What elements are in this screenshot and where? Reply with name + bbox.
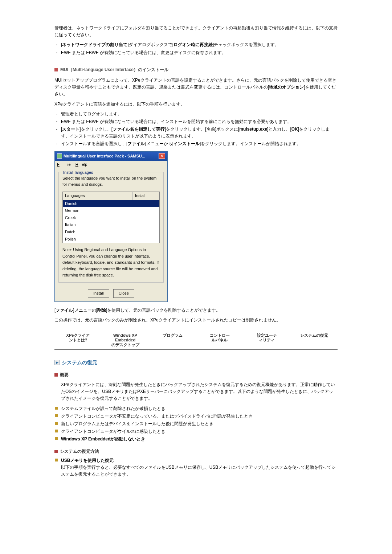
group-title: Install languages xyxy=(62,169,95,176)
overview-paragraph: XPeクライアントには、深刻な問題が発生したときにバックアップされたシステムを復… xyxy=(61,381,338,402)
dialog-note: Note: Using Regional and Language Option… xyxy=(62,247,160,279)
after-dialog-p2: この操作では、元の言語パックのみが削除され、XPeクライアントにインストールされ… xyxy=(54,317,338,324)
list-item: 管理者としてログオンします。 xyxy=(61,111,338,118)
list-header: Languages Install xyxy=(63,192,159,200)
text: ]をクリックします。インストールが開始されます。 xyxy=(200,141,301,146)
dialog-titlebar[interactable]: Multilingual User Interface Pack - SAMSU… xyxy=(55,152,167,161)
list-item: インストールする言語を選択し、[ファイル]メニューから[インストール]をクリック… xyxy=(61,140,338,147)
menu-help[interactable]: Help xyxy=(75,162,87,167)
close-button[interactable]: Close xyxy=(113,289,134,298)
install-languages-group: Install languages Select the language yo… xyxy=(58,172,164,283)
bold-text: ファイル xyxy=(56,308,73,313)
list-item[interactable]: Danish xyxy=(63,200,159,208)
language-listbox[interactable]: Languages Install Danish German Greek It… xyxy=(62,192,160,243)
arrow-icon: ▶ xyxy=(54,360,60,365)
heading-text: MUI（Multi-language User Interface）のインストー… xyxy=(60,66,168,73)
heading-text: システムの復元方法 xyxy=(60,448,99,455)
tab-system-restore[interactable]: システムの復元 xyxy=(290,333,338,348)
mui-paragraph-1: MUIセットアッププログラムによって、XPeクライアントの言語を設定することがで… xyxy=(54,77,338,98)
tab-xp-embedded-desktop[interactable]: Windows XP Embedded のデスクトップ xyxy=(102,333,149,348)
bold-text: muisetup.exe xyxy=(239,127,267,132)
tab-what-is-xpe[interactable]: XPeクライア ントとは? xyxy=(54,333,102,348)
list-item: クライアントコンピュータがウイルスに感染したとき xyxy=(61,428,338,435)
text: ]メニューの[ xyxy=(73,308,97,313)
list-item[interactable]: Polish xyxy=(63,236,159,243)
text: ]メニューから[ xyxy=(145,141,173,146)
mui-steps: 管理者としてログオンします。 EWF または FBWF が有効になっている場合に… xyxy=(54,111,338,148)
method-heading: システムの復元方法 xyxy=(54,448,338,455)
dialog-instruction: Select the language you want to install … xyxy=(62,175,160,188)
bold-text: 地域のオプション xyxy=(269,85,304,90)
list-item: EWF または FBWF が有効になっている場合には、インストールを開始する前に… xyxy=(61,118,338,125)
list-item: クライアントコンピュータが不安定になっている、またはデバイスドライバに問題が発生… xyxy=(61,413,338,420)
list-item: [ネットワークドライブの割り当て]ダイアログボックスで[ログオン時に再接続]チェ… xyxy=(61,41,338,48)
tab-settings-utility[interactable]: 設定ユーテ ィリティ xyxy=(243,333,290,348)
text: ]ダイアログボックスで[ xyxy=(127,42,173,47)
bullet-icon xyxy=(54,450,58,453)
text: ]と入力し、[ xyxy=(267,127,291,132)
after-dialog-p1: [ファイル]メニューの[削除]を使用して、元の言語パックを削除することができます… xyxy=(54,307,338,314)
mui-heading: MUI（Multi-language User Interface）のインストー… xyxy=(54,66,338,73)
restore-title: ▶ システムの復元 xyxy=(54,358,338,366)
list-body: Danish German Greek Italian Dutch Polish… xyxy=(63,200,159,243)
bold-text: ログオン時に再接続 xyxy=(173,42,213,47)
list-item: EWF または FBWF が有効になっている場合には、変更はディスクに保存されま… xyxy=(61,49,338,56)
usb-paragraph: 以下の手順を実行すると、必要なすべてのファイルをUSBメモリに保存し、USBメモ… xyxy=(61,465,336,477)
mui-paragraph-2: XPeクライアントに言語を追加するには、以下の手順を行います。 xyxy=(54,101,338,108)
col-languages[interactable]: Languages xyxy=(63,192,133,200)
overview-heading: 概要 xyxy=(54,372,338,378)
text: ]チェックボックスを選択します。 xyxy=(213,42,279,47)
list-item: Windows XP Embeddedが起動しないとき xyxy=(61,436,338,443)
bold-text: OK xyxy=(291,127,298,132)
bold-text: Windows XP Embeddedが起動しないとき xyxy=(61,436,145,442)
bold-text: ネットワークドライブの割り当て xyxy=(62,42,127,47)
usb-heading: USBメモリを使用した復元 xyxy=(61,458,114,463)
dialog-buttons: Install Close xyxy=(55,286,167,301)
heading-text: 概要 xyxy=(60,372,69,378)
list-item[interactable]: Greek xyxy=(63,214,159,222)
list-item[interactable]: German xyxy=(63,207,159,214)
method-list: USBメモリを使用した復元 以下の手順を実行すると、必要なすべてのファイルをUS… xyxy=(54,457,338,478)
text: インストールする言語を選択し、[ xyxy=(61,141,127,146)
close-icon[interactable]: × xyxy=(159,153,165,159)
dialog-title-text: Multilingual User Interface Pack - SAMSU… xyxy=(64,153,145,160)
bold-text: ファイル名を指定して実行 xyxy=(113,127,165,132)
mui-dialog: Multilingual User Interface Pack - SAMSU… xyxy=(54,151,168,302)
bold-text: ファイル xyxy=(127,141,145,146)
bullet-icon xyxy=(54,68,58,71)
text: ]をクリックします。[名前]ボックスに[ xyxy=(165,127,239,132)
intro-paragraph: 管理者は、ネットワークドライブにフォルダを割り当てることができます。クライアント… xyxy=(54,25,338,38)
title-text: システムの復元 xyxy=(62,358,97,366)
list-item[interactable]: Italian xyxy=(63,221,159,229)
bold-text: 削除 xyxy=(97,308,106,313)
list-item: [スタート]をクリックし、[ファイル名を指定して実行]をクリックします。[名前]… xyxy=(61,126,338,140)
app-icon xyxy=(57,153,62,159)
bold-text: スタート xyxy=(62,127,79,132)
dialog-menubar[interactable]: File Help xyxy=(55,161,167,169)
tab-programs[interactable]: プログラム xyxy=(149,333,196,348)
list-item[interactable]: Dutch xyxy=(63,229,159,236)
list-item: USBメモリを使用した復元 以下の手順を実行すると、必要なすべてのファイルをUS… xyxy=(61,457,338,478)
install-button[interactable]: Install xyxy=(88,289,109,298)
bullet-icon xyxy=(54,373,58,377)
intro-list: [ネットワークドライブの割り当て]ダイアログボックスで[ログオン時に再接続]チェ… xyxy=(54,41,338,56)
list-item[interactable]: Russian xyxy=(63,243,159,243)
tab-bar: XPeクライア ントとは? Windows XP Embedded のデスクトッ… xyxy=(54,333,338,350)
list-item: システムファイルが誤って削除されたか破損したとき xyxy=(61,405,338,412)
restore-reasons-list: システムファイルが誤って削除されたか破損したとき クライアントコンピュータが不安… xyxy=(54,405,338,443)
menu-file[interactable]: File xyxy=(57,162,71,167)
tab-control-panel[interactable]: コントロー ルパネル xyxy=(196,333,243,348)
text: ]を使用して、元の言語パックを削除することができます。 xyxy=(106,308,220,313)
list-item: 新しいプログラムまたはデバイスをインストールした後に問題が発生したとき xyxy=(61,420,338,427)
text: ]をクリックし、[ xyxy=(79,127,113,132)
col-install[interactable]: Install xyxy=(133,192,159,200)
bold-text: インストール xyxy=(173,141,200,146)
